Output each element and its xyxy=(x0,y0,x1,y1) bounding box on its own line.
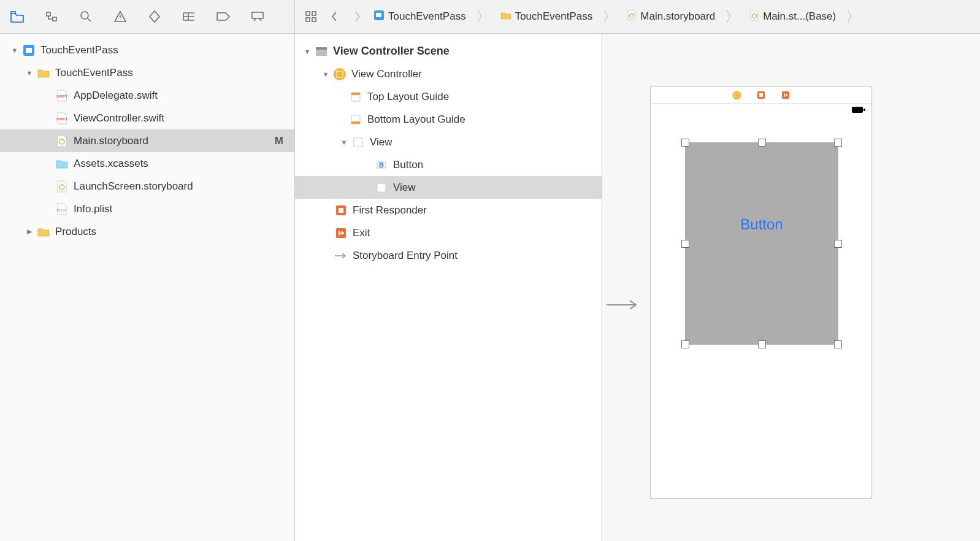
outline-label: Top Layout Guide xyxy=(367,91,449,103)
disclosure-triangle-icon[interactable]: ▼ xyxy=(339,139,349,146)
storyboard-canvas[interactable]: Button xyxy=(602,34,980,541)
resize-handle-top-right[interactable] xyxy=(834,139,842,147)
outline-label: View xyxy=(393,182,416,194)
file-launch-screen[interactable]: ▼ LaunchScreen.storyboard xyxy=(0,175,294,198)
project-name: TouchEventPass xyxy=(40,44,118,56)
crumb-project[interactable]: TouchEventPass xyxy=(371,9,469,25)
project-root[interactable]: ▼ TouchEventPass xyxy=(0,39,294,61)
first-responder-icon[interactable] xyxy=(756,90,766,100)
xcode-project-icon xyxy=(373,10,385,24)
disclosure-triangle-icon[interactable]: ▶ xyxy=(25,228,34,236)
outline-root-view[interactable]: ▼ View xyxy=(295,131,602,153)
first-responder-icon xyxy=(334,204,348,217)
status-bar xyxy=(651,104,871,116)
navigator-issue-icon[interactable] xyxy=(110,7,130,26)
resize-handle-bottom-right[interactable] xyxy=(834,340,842,348)
battery-icon xyxy=(852,106,865,115)
scm-status-modified: M xyxy=(275,135,283,147)
jump-bar: TouchEventPass 〉 TouchEventPass 〉 Main.s… xyxy=(295,0,980,34)
crumb-file[interactable]: Main.storyboard xyxy=(624,9,718,25)
svg-text:SWIFT: SWIFT xyxy=(56,94,67,98)
exit-icon[interactable] xyxy=(781,90,791,100)
svg-rect-8 xyxy=(306,12,310,15)
scene-header[interactable]: ▼ View Controller Scene xyxy=(295,40,602,63)
navigator-project-icon[interactable] xyxy=(7,7,27,26)
group-folder[interactable]: ▼ TouchEventPass xyxy=(0,61,294,84)
svg-rect-36 xyxy=(852,107,863,113)
exit-icon xyxy=(334,226,348,240)
svg-rect-29 xyxy=(339,208,343,213)
outline-bottom-layout-guide[interactable]: Bottom Layout Guide xyxy=(295,108,602,131)
view-controller-scene-canvas[interactable]: Button xyxy=(650,86,872,499)
resize-handle-bottom-left[interactable] xyxy=(681,340,689,348)
outline-entry-point[interactable]: Storyboard Entry Point xyxy=(295,244,602,267)
outline-view-controller[interactable]: ▼ View Controller xyxy=(295,63,602,85)
scene-icon xyxy=(315,45,328,58)
resize-handle-top-middle[interactable] xyxy=(758,139,766,147)
breadcrumb-separator-icon: 〉 xyxy=(599,7,621,26)
navigator-test-icon[interactable] xyxy=(145,7,164,26)
svg-rect-13 xyxy=(376,13,381,17)
storyboard-editor: ▼ View Controller Scene ▼ View Controlle… xyxy=(295,34,980,541)
breadcrumb-separator-icon: 〉 xyxy=(472,7,494,26)
selected-uiview[interactable]: Button xyxy=(685,142,838,345)
view-controller-icon[interactable] xyxy=(732,90,741,100)
entry-point-arrow-icon[interactable] xyxy=(605,297,642,312)
navigator-find-icon[interactable] xyxy=(76,7,96,26)
layout-guide-icon xyxy=(349,113,362,126)
svg-rect-23 xyxy=(351,121,360,124)
project-navigator-panel: ▼ TouchEventPass ▼ TouchEventPass ▼ SWIF… xyxy=(0,0,295,541)
scene-dock[interactable] xyxy=(651,87,871,104)
scene-title: View Controller Scene xyxy=(333,45,450,58)
crumb-variant[interactable]: Main.st...(Base) xyxy=(747,9,838,25)
disclosure-triangle-icon[interactable]: ▼ xyxy=(25,69,34,77)
crumb-group[interactable]: TouchEventPass xyxy=(498,9,595,24)
svg-text:B: B xyxy=(379,161,384,169)
file-name: AppDelegate.swift xyxy=(74,90,158,102)
file-view-controller[interactable]: ▼ SWIFT ViewController.swift xyxy=(0,107,294,129)
svg-rect-21 xyxy=(351,93,360,95)
file-name: LaunchScreen.storyboard xyxy=(74,180,193,193)
resize-handle-middle-right[interactable] xyxy=(834,240,842,248)
uibutton-label[interactable]: Button xyxy=(685,216,838,233)
navigator-toolbar xyxy=(0,0,294,34)
outline-inner-view[interactable]: View xyxy=(295,176,602,199)
outline-button[interactable]: B Button xyxy=(295,153,602,176)
disclosure-triangle-icon[interactable]: ▼ xyxy=(321,71,331,78)
crumb-label: TouchEventPass xyxy=(515,10,593,23)
outline-exit[interactable]: Exit xyxy=(295,221,602,244)
history-back-icon[interactable] xyxy=(324,7,344,26)
resize-handle-bottom-middle[interactable] xyxy=(758,340,766,348)
document-outline: ▼ View Controller Scene ▼ View Controlle… xyxy=(295,34,602,541)
outline-label: View Controller xyxy=(351,68,422,80)
history-forward-icon[interactable] xyxy=(348,7,367,26)
navigator-debug-icon[interactable] xyxy=(179,7,199,26)
disclosure-triangle-icon[interactable]: ▼ xyxy=(10,47,20,54)
outline-label: Storyboard Entry Point xyxy=(353,250,457,262)
outline-first-responder[interactable]: First Responder xyxy=(295,199,602,221)
uiview-icon xyxy=(375,181,388,194)
svg-point-0 xyxy=(81,12,88,19)
navigator-report-icon[interactable] xyxy=(248,7,267,26)
group-products[interactable]: ▶ Products xyxy=(0,220,294,243)
file-app-delegate[interactable]: ▼ SWIFT AppDelegate.swift xyxy=(0,84,294,107)
layout-guide-icon xyxy=(349,90,362,104)
related-items-icon[interactable] xyxy=(301,7,321,26)
group-name: Products xyxy=(55,226,96,238)
outline-top-layout-guide[interactable]: Top Layout Guide xyxy=(295,85,602,108)
navigator-breakpoint-icon[interactable] xyxy=(213,7,233,26)
disclosure-triangle-icon[interactable]: ▼ xyxy=(302,48,312,55)
outline-label: First Responder xyxy=(353,204,427,217)
file-name: ViewController.swift xyxy=(74,112,164,125)
resize-handle-middle-left[interactable] xyxy=(681,240,689,248)
breadcrumb-separator-icon: 〉 xyxy=(721,7,743,26)
file-info-plist[interactable]: ▼ PLIST Info.plist xyxy=(0,198,294,220)
crumb-label: TouchEventPass xyxy=(388,10,466,23)
file-assets[interactable]: ▼ Assets.xcassets xyxy=(0,152,294,175)
crumb-label: Main.st...(Base) xyxy=(763,10,836,23)
resize-handle-top-left[interactable] xyxy=(681,139,689,147)
file-main-storyboard[interactable]: ▼ Main.storyboard M xyxy=(0,129,294,152)
svg-rect-17 xyxy=(316,47,327,50)
navigator-source-control-icon[interactable] xyxy=(42,7,61,26)
entry-arrow-icon xyxy=(334,249,348,263)
